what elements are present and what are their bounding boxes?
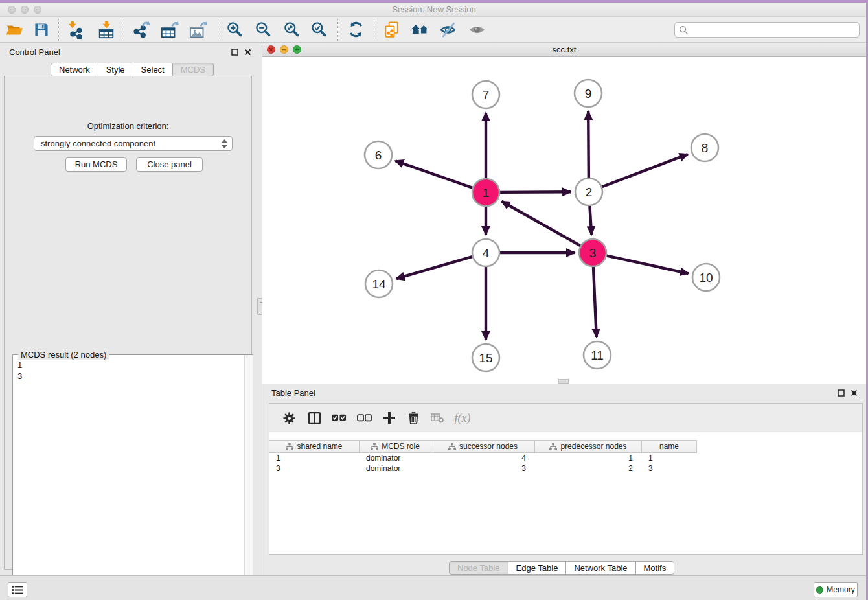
memory-button[interactable]: Memory xyxy=(814,582,858,597)
import-network-button[interactable] xyxy=(66,19,86,41)
function-builder-button[interactable]: f(x) xyxy=(450,408,475,428)
graph-node-6[interactable]: 6 xyxy=(365,141,392,168)
graph-node-9[interactable]: 9 xyxy=(575,80,602,107)
dropdown-stepper-icon xyxy=(221,139,228,148)
tab-network-table[interactable]: Network Table xyxy=(565,561,635,575)
zoom-fit-icon xyxy=(283,21,301,38)
graph-edge-1-2[interactable] xyxy=(500,192,571,192)
graph-edge-1-6[interactable] xyxy=(395,161,472,188)
main-toolbar xyxy=(0,17,868,43)
window-title: Session: New Session xyxy=(0,5,868,14)
zoom-selected-button[interactable] xyxy=(309,19,328,41)
export-image-icon xyxy=(189,21,207,39)
refresh-layout-icon xyxy=(347,21,365,38)
clone-network-button[interactable] xyxy=(382,19,402,41)
tab-style[interactable]: Style xyxy=(98,63,133,76)
table-mode-button[interactable] xyxy=(276,408,302,428)
graph-node-4[interactable]: 4 xyxy=(472,239,499,266)
column-header-name[interactable]: name xyxy=(642,440,697,453)
zoom-in-button[interactable] xyxy=(225,19,244,41)
select-all-button[interactable] xyxy=(326,408,352,428)
network-canvas[interactable]: 7968124314101511 xyxy=(262,57,866,384)
search-field[interactable] xyxy=(674,22,860,38)
graph-edge-4-14[interactable] xyxy=(396,257,472,279)
export-table-button[interactable] xyxy=(160,19,179,41)
tab-motifs[interactable]: Motifs xyxy=(635,561,675,575)
delete-table-button[interactable] xyxy=(426,408,450,428)
zoom-out-icon xyxy=(255,21,272,38)
column-header-successor-nodes[interactable]: successor nodes xyxy=(431,440,535,453)
column-header-predecessor-nodes[interactable]: predecessor nodes xyxy=(535,440,642,453)
memory-label: Memory xyxy=(827,585,854,594)
hide-selected-button[interactable] xyxy=(438,19,457,41)
task-history-button[interactable] xyxy=(8,582,27,597)
table-panel: Table Panel xyxy=(262,384,866,575)
create-column-button[interactable] xyxy=(376,408,402,428)
save-session-button[interactable] xyxy=(32,19,51,41)
close-table-panel-button[interactable] xyxy=(850,389,858,397)
float-panel-button[interactable] xyxy=(231,48,239,56)
export-image-button[interactable] xyxy=(188,19,208,41)
graph-edge-2-9[interactable] xyxy=(588,111,589,178)
network-file-title: scc.txt xyxy=(262,45,866,54)
show-all-button[interactable] xyxy=(467,19,486,41)
graph-edge-2-8[interactable] xyxy=(602,154,688,187)
graph-node-2[interactable]: 2 xyxy=(575,178,602,205)
float-table-panel-button[interactable] xyxy=(837,389,845,397)
graph-edge-3-11[interactable] xyxy=(593,267,597,337)
search-input[interactable] xyxy=(689,24,859,36)
graph-edge-3-1[interactable] xyxy=(501,202,580,246)
deselect-all-button[interactable] xyxy=(352,408,376,428)
svg-text:4: 4 xyxy=(483,246,490,260)
graph-edge-3-10[interactable] xyxy=(606,256,688,273)
horizontal-splitter-handle[interactable] xyxy=(558,379,569,384)
graph-node-14[interactable]: 14 xyxy=(365,270,393,297)
column-header-MCDS-role[interactable]: MCDS role xyxy=(360,440,431,453)
table-row[interactable]: 3dominator323 xyxy=(269,463,697,474)
search-icon xyxy=(679,25,689,35)
zoom-out-button[interactable] xyxy=(253,19,273,41)
tab-mcds[interactable]: MCDS xyxy=(172,63,214,76)
tab-node-table[interactable]: Node Table xyxy=(449,561,508,575)
column-type-icon xyxy=(549,443,557,450)
tab-select[interactable]: Select xyxy=(133,63,173,76)
table-row[interactable]: 1dominator411 xyxy=(269,453,697,463)
graph-node-3[interactable]: 3 xyxy=(579,239,606,266)
tab-edge-table[interactable]: Edge Table xyxy=(508,561,567,575)
svg-text:14: 14 xyxy=(372,277,386,291)
graph-edge-2-3[interactable] xyxy=(589,206,591,235)
screen-edge-top xyxy=(0,0,868,3)
result-scrollbar[interactable] xyxy=(244,355,253,600)
close-panel-action-button[interactable]: Close panel xyxy=(136,157,203,172)
svg-text:10: 10 xyxy=(699,271,713,284)
optimization-criterion-label: Optimization criterion: xyxy=(5,121,251,131)
run-mcds-button[interactable]: Run MCDS xyxy=(65,157,127,172)
column-header-shared-name[interactable]: shared name xyxy=(269,440,360,453)
graph-node-7[interactable]: 7 xyxy=(472,81,499,108)
result-line: 1 xyxy=(17,360,244,371)
graph-node-1[interactable]: 1 xyxy=(472,179,499,206)
criterion-dropdown[interactable]: strongly connected component xyxy=(34,136,233,151)
tab-network[interactable]: Network xyxy=(51,63,98,76)
export-network-button[interactable] xyxy=(131,19,151,41)
apply-layout-button[interactable] xyxy=(346,19,365,41)
close-panel-button[interactable] xyxy=(244,48,252,56)
network-window: scc.txt 7968124314101511 xyxy=(262,43,866,384)
network-window-titlebar[interactable]: scc.txt xyxy=(262,43,866,57)
svg-text:7: 7 xyxy=(483,88,490,102)
delete-columns-button[interactable] xyxy=(402,408,426,428)
toolbar-separator xyxy=(374,19,374,41)
graph-node-11[interactable]: 11 xyxy=(584,341,611,369)
graph-node-10[interactable]: 10 xyxy=(692,264,720,291)
graph-node-8[interactable]: 8 xyxy=(691,134,718,161)
control-panel-tabs: NetworkStyleSelectMCDS xyxy=(51,63,214,76)
first-neighbors-button[interactable] xyxy=(410,19,429,41)
open-session-button[interactable] xyxy=(5,19,24,41)
window-titlebar: Session: New Session xyxy=(0,3,868,17)
trash-icon xyxy=(408,412,419,424)
zoom-fit-button[interactable] xyxy=(282,19,301,41)
show-columns-button[interactable] xyxy=(302,408,326,428)
graph-node-15[interactable]: 15 xyxy=(472,344,499,371)
import-table-button[interactable] xyxy=(97,19,116,41)
import-table-icon xyxy=(97,21,115,39)
